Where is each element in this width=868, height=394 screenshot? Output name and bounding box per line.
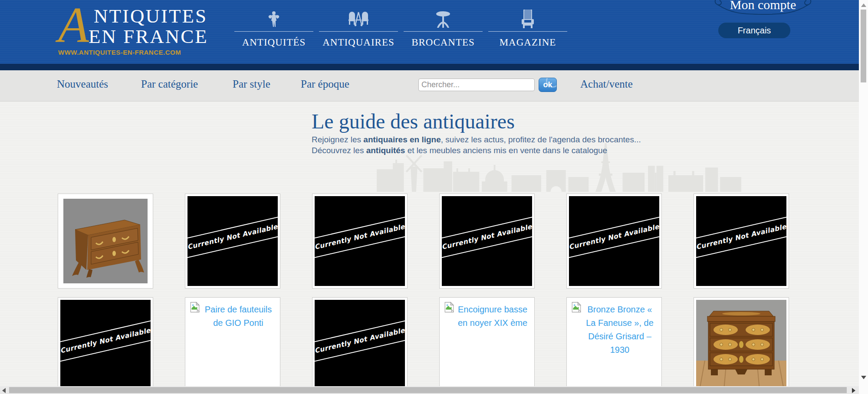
subnav-par-categorie[interactable]: Par catégorie <box>141 78 198 90</box>
broken-image-icon <box>571 302 582 315</box>
chairs-compass-icon <box>347 10 370 29</box>
unavailable-band: Currently Not Available <box>187 214 278 260</box>
intro-text: Rejoignez les <box>312 135 363 144</box>
nav-label: ANTIQUAIRES <box>322 37 395 48</box>
armchair-icon <box>520 10 536 29</box>
product-tile-unavailable[interactable]: Currently Not Available <box>439 194 535 289</box>
broken-image-icon <box>444 302 455 315</box>
site-logo[interactable]: A NTIQUITES EN FRANCE WWW.ANTIQUITES-EN-… <box>58 6 193 58</box>
account-button[interactable]: Mon compte <box>711 0 815 17</box>
product-tile-photo-commode[interactable] <box>58 194 153 289</box>
commode-photo <box>60 196 151 286</box>
product-tile-unavailable[interactable]: Currently Not Available <box>566 194 662 289</box>
intro-bold: antiquaires en ligne <box>363 135 441 144</box>
scroll-right-arrow[interactable] <box>852 388 855 393</box>
account-label: Mon compte <box>711 0 815 12</box>
commode-marquetry-photo <box>696 300 786 390</box>
scroll-up-arrow[interactable] <box>861 3 866 7</box>
product-link-label[interactable]: Paire de fauteuils de GIO Ponti <box>187 300 278 330</box>
horizontal-scroll-thumb[interactable] <box>9 387 847 393</box>
language-button[interactable]: Français <box>718 23 790 38</box>
pedestal-table-icon <box>434 10 453 29</box>
product-tile-link[interactable]: Paire de fauteuils de GIO Ponti <box>185 297 280 392</box>
page-content: A NTIQUITES EN FRANCE WWW.ANTIQUITES-EN-… <box>0 0 859 394</box>
vertical-scroll-thumb[interactable] <box>861 10 866 82</box>
product-tile-unavailable[interactable]: Currently Not Available <box>694 194 789 289</box>
nav-underline <box>234 31 313 32</box>
nav-label: ANTIQUITÉS <box>242 37 306 48</box>
intro-text: , suivez les actus, profitez de l'agenda… <box>441 135 641 144</box>
subnav-achat-vente[interactable]: Achat/vente <box>580 78 633 90</box>
product-tile-unavailable[interactable]: Currently Not Available <box>312 297 408 392</box>
intro-text: Découvrez les <box>312 146 366 155</box>
header-divider <box>0 64 859 70</box>
unavailable-band: Currently Not Available <box>696 214 786 260</box>
product-tile-link[interactable]: Encoignure basse en noyer XIX ème <box>439 297 535 392</box>
logo-url: WWW.ANTIQUITES-EN-FRANCE.COM <box>58 49 181 56</box>
product-tile-unavailable[interactable]: Currently Not Available <box>58 297 153 392</box>
subnav-par-epoque[interactable]: Par époque <box>301 78 349 90</box>
intro-line-1: Rejoignez les antiquaires en ligne, suiv… <box>312 135 641 144</box>
product-tile-link[interactable]: Bronze Bronze « La Faneuse », de Désiré … <box>566 297 662 392</box>
secondary-nav: Nouveautés Par catégorie Par style Par é… <box>0 70 859 102</box>
product-link-label[interactable]: Bronze Bronze « La Faneuse », de Désiré … <box>569 300 659 357</box>
vertical-scrollbar[interactable] <box>859 0 868 394</box>
nav-underline <box>404 31 483 32</box>
unavailable-band: Currently Not Available <box>569 214 659 260</box>
product-grid: Currently Not Available Currently Not Av… <box>58 194 789 392</box>
subnav-nouveautes[interactable]: Nouveautés <box>57 78 108 90</box>
nav-item-magazine[interactable]: MAGAZINE <box>488 10 567 48</box>
main-nav: ANTIQUITÉS <box>234 10 573 48</box>
scroll-left-arrow[interactable] <box>2 388 6 393</box>
product-tile-unavailable[interactable]: Currently Not Available <box>185 194 280 289</box>
nav-underline <box>319 31 398 32</box>
search-input[interactable] <box>418 79 535 91</box>
unavailable-band: Currently Not Available <box>315 214 405 260</box>
logo-initial: A <box>58 0 89 50</box>
logo-name-top: NTIQUITES <box>94 6 208 26</box>
logo-wordmark: NTIQUITES EN FRANCE <box>94 6 208 47</box>
subnav-par-style[interactable]: Par style <box>233 78 270 90</box>
intro-line-2: Découvrez les antiquités et les meubles … <box>312 146 607 155</box>
site-header: A NTIQUITES EN FRANCE WWW.ANTIQUITES-EN-… <box>0 0 859 64</box>
nav-item-antiquaires[interactable]: ANTIQUAIRES <box>319 10 398 48</box>
broken-image-icon <box>189 302 201 315</box>
unavailable-band: Currently Not Available <box>442 214 532 260</box>
nav-label: MAGAZINE <box>500 37 556 48</box>
product-tile-unavailable[interactable]: Currently Not Available <box>312 194 408 289</box>
product-tile-photo-commode-marquetry[interactable] <box>694 297 789 392</box>
scroll-down-arrow[interactable] <box>861 376 866 379</box>
cherub-statue-icon <box>266 10 281 29</box>
unavailable-band: Currently Not Available <box>60 318 151 364</box>
browser-viewport: A NTIQUITES EN FRANCE WWW.ANTIQUITES-EN-… <box>0 0 868 394</box>
nav-underline <box>488 31 567 32</box>
intro-text: et les meubles anciens mis en vente dans… <box>405 146 607 155</box>
search-ok-button[interactable]: ok <box>539 78 557 92</box>
nav-item-brocantes[interactable]: BROCANTES <box>404 10 483 48</box>
horizontal-scrollbar[interactable] <box>0 386 859 394</box>
logo-name-bottom: EN FRANCE <box>89 26 208 47</box>
nav-item-antiquites[interactable]: ANTIQUITÉS <box>234 10 313 48</box>
page-title: Le guide des antiquaires <box>312 109 515 133</box>
product-link-label[interactable]: Encoignure basse en noyer XIX ème <box>442 300 532 330</box>
nav-label: BROCANTES <box>411 37 475 48</box>
intro-bold: antiquités <box>366 146 405 155</box>
unavailable-band: Currently Not Available <box>315 318 405 364</box>
